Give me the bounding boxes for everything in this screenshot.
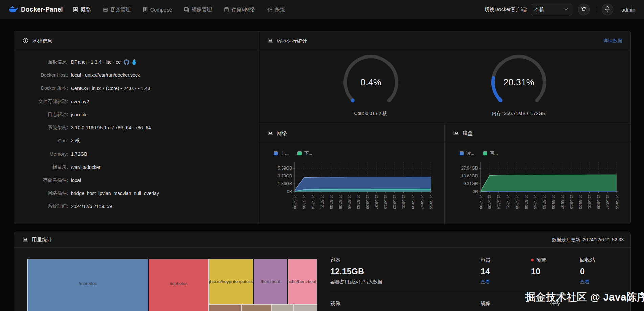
treemap-block[interactable]: [272, 304, 293, 311]
brand[interactable]: Docker-Panel: [9, 5, 63, 14]
disk-title: 磁盘: [463, 130, 473, 137]
svg-text:21:57:14: 21:57:14: [311, 195, 315, 209]
network-section: 网络 上...下... 0B1.86GB3.73GB5.59GB21:57:00…: [259, 124, 445, 224]
qq-icon[interactable]: [132, 59, 137, 65]
svg-text:3.73GB: 3.73GB: [278, 174, 292, 178]
network-chart: 上...下... 0B1.86GB3.73GB5.59GB21:57:0021:…: [259, 143, 444, 216]
info-label: 日志驱动:: [14, 112, 68, 118]
treemap-block-/hertzbeat[interactable]: /hertzbeat: [254, 259, 287, 304]
alert-dot-icon: [531, 259, 534, 261]
legend-item[interactable]: 写...: [483, 150, 498, 156]
stat-row2-label: 镜像: [481, 300, 491, 307]
area-chart-plot: 0B9.31GB18.63GB27.94GB21:57:0021:57:0621…: [458, 159, 620, 216]
info-label: Docker 版本:: [14, 85, 68, 91]
svg-text:21:57:00: 21:57:00: [293, 195, 297, 209]
theme-button[interactable]: [578, 4, 590, 15]
legend-item[interactable]: 读...: [460, 150, 474, 156]
legend-item[interactable]: 下...: [297, 150, 312, 156]
svg-text:21:57:21: 21:57:21: [320, 195, 324, 209]
notification-button[interactable]: [602, 4, 613, 15]
svg-text:21:57:45: 21:57:45: [533, 195, 537, 209]
github-icon[interactable]: [124, 59, 129, 65]
nav-item-compose[interactable]: Compose: [143, 7, 172, 13]
treemap-block[interactable]: [209, 304, 241, 311]
info-icon: [23, 38, 28, 44]
treemap-block-ghcr.io/heyputer/puter:la[interactable]: ghcr.io/heyputer/puter:la: [209, 259, 253, 304]
treemap-block-/moredoc[interactable]: /moredoc: [27, 259, 148, 311]
docker-whale-icon: [9, 5, 18, 14]
svg-text:21:58:15: 21:58:15: [570, 195, 574, 209]
svg-text:21:57:53: 21:57:53: [356, 195, 360, 209]
info-value: 1.72GB: [71, 151, 87, 157]
username[interactable]: admin: [621, 7, 635, 13]
compose-icon: [143, 7, 148, 12]
info-value: 2 核: [71, 138, 80, 144]
view-link[interactable]: 查看: [481, 279, 528, 285]
svg-text:21:58:55: 21:58:55: [615, 195, 619, 209]
overview-card: 基础信息 面板信息:DPanel - 1.3.4 - lite - ceDock…: [14, 31, 631, 224]
legend-item[interactable]: 上...: [274, 150, 289, 156]
view-link[interactable]: 查看: [580, 279, 624, 285]
client-select[interactable]: 本机: [531, 4, 572, 15]
svg-text:21:58:15: 21:58:15: [384, 195, 388, 209]
info-row: 存储卷插件:local: [14, 174, 259, 187]
info-row: 文件存储驱动:overlay2: [14, 95, 259, 108]
stat-value: 12.15GB: [330, 267, 472, 276]
disk-chart: 读...写... 0B9.31GB18.63GB27.94GB21:57:002…: [445, 143, 630, 216]
info-value: bridge host ipvlan macvlan null overlay: [71, 191, 159, 196]
svg-text:27.94GB: 27.94GB: [461, 166, 478, 171]
info-label: 根目录:: [14, 164, 68, 170]
detail-data-link[interactable]: 详情数据: [603, 38, 622, 44]
svg-text:5.59GB: 5.59GB: [278, 166, 292, 171]
nav-item-image[interactable]: 镜像管理: [184, 6, 212, 13]
info-row: 面板信息:DPanel - 1.3.4 - lite - ce: [14, 55, 259, 69]
usage-title: 用量统计: [32, 237, 52, 243]
svg-text:21:57:00: 21:57:00: [479, 195, 483, 209]
info-label: 存储卷插件:: [14, 177, 68, 183]
svg-text:21:58:23: 21:58:23: [393, 195, 397, 209]
basic-info-title: 基础信息: [32, 38, 52, 44]
network-title: 网络: [277, 130, 287, 137]
stat-label: 容器: [330, 256, 472, 264]
treemap-block-/idphotos[interactable]: /idphotos: [149, 259, 209, 311]
treemap-block[interactable]: [293, 304, 317, 311]
treemap-label: /idphotos: [170, 281, 187, 286]
tshirt-icon: [581, 6, 587, 13]
area-chart-icon: [23, 237, 28, 243]
stat-label: 回收站: [580, 256, 624, 264]
legend-swatch: [297, 151, 302, 155]
svg-text:21:58:23: 21:58:23: [578, 195, 582, 209]
legend-label: 下...: [304, 150, 312, 156]
svg-text:21:58:07: 21:58:07: [560, 195, 564, 209]
treemap-label: ghcr.io/heyputer/puter:la: [209, 279, 253, 284]
last-update: 数据最后更新: 2024/12/6 21:52:33: [552, 237, 624, 243]
storage-icon: [224, 7, 229, 12]
legend-swatch: [460, 151, 464, 155]
info-label: Cpu:: [14, 138, 68, 143]
network-legend: 上...下...: [274, 150, 444, 156]
info-value: CentOS Linux 7 (Core) - 24.0.7 - 1.43: [71, 86, 150, 91]
info-label: Docker Host:: [14, 72, 68, 78]
info-row: Memory:1.72GB: [14, 148, 259, 161]
nav-item-overview[interactable]: 概览: [73, 6, 91, 13]
dpanel-dashboard: Docker-Panel 概览容器管理Compose镜像管理存储&网络系统 切换…: [0, 0, 644, 311]
svg-text:21:57:06: 21:57:06: [302, 195, 306, 209]
svg-text:21:57:53: 21:57:53: [542, 195, 546, 209]
treemap-block-apache/hertzbeat:lat[interactable]: apache/hertzbeat:lat: [288, 259, 317, 304]
nav-item-gear[interactable]: 系统: [267, 6, 285, 13]
info-value: 3.10.0-1160.95.1.el7.x86_64 - x86_64: [71, 125, 151, 130]
navbar: Docker-Panel 概览容器管理Compose镜像管理存储&网络系统 切换…: [0, 0, 644, 19]
svg-text:21:57:14: 21:57:14: [497, 195, 501, 209]
usage-header: 用量统计 数据最后更新: 2024/12/6 21:52:33: [14, 232, 630, 248]
stat-value: 14: [481, 267, 528, 276]
treemap-block[interactable]: [241, 304, 272, 311]
info-row: 日志驱动:json-file: [14, 108, 259, 121]
overview-icon: [73, 7, 78, 12]
nav-item-container[interactable]: 容器管理: [103, 6, 131, 13]
info-label: Memory:: [14, 151, 68, 157]
info-value: /var/lib/docker: [71, 164, 101, 170]
nav-item-storage[interactable]: 存储&网络: [224, 6, 255, 13]
svg-text:21:57:45: 21:57:45: [347, 195, 351, 209]
stat-subtitle: 容器占用及运行写入数据: [330, 279, 472, 285]
treemap-label: /hertzbeat: [261, 279, 280, 284]
